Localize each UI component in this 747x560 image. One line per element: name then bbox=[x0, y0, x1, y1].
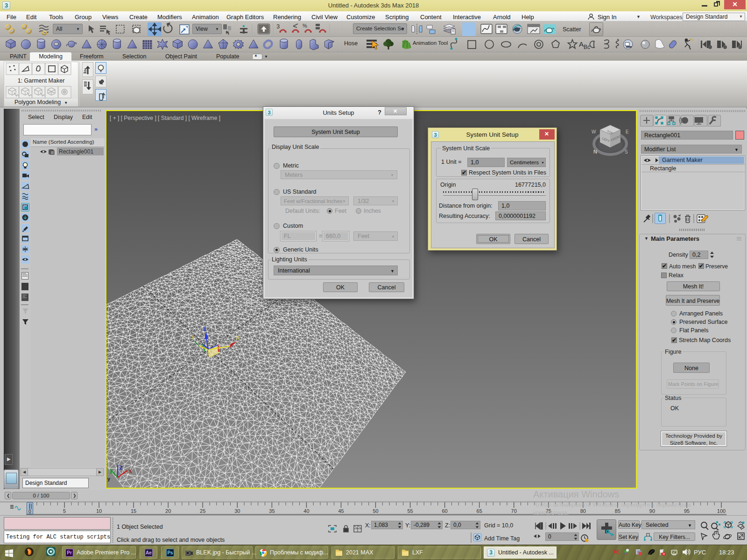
svg-text:30: 30 bbox=[234, 508, 240, 514]
svg-text:50: 50 bbox=[373, 508, 378, 514]
svg-text:25: 25 bbox=[200, 508, 205, 514]
svg-text:55: 55 bbox=[407, 508, 413, 514]
svg-text:35: 35 bbox=[269, 508, 275, 514]
svg-text:W: W bbox=[592, 129, 596, 134]
svg-text:85: 85 bbox=[615, 508, 620, 514]
svg-text:70: 70 bbox=[511, 508, 517, 514]
svg-text:y: y bbox=[107, 476, 111, 482]
svg-text:90: 90 bbox=[649, 508, 655, 514]
svg-text:45: 45 bbox=[338, 508, 344, 514]
svg-text:%: % bbox=[303, 23, 307, 28]
svg-text:3: 3 bbox=[276, 23, 280, 30]
svg-text:Z: Z bbox=[120, 465, 123, 470]
svg-text:80: 80 bbox=[580, 508, 586, 514]
svg-text:5: 5 bbox=[63, 508, 66, 514]
svg-text:10: 10 bbox=[96, 508, 102, 514]
svg-text:Bc: Bc bbox=[584, 44, 590, 50]
svg-text:Z: Z bbox=[203, 326, 206, 332]
svg-text:100: 100 bbox=[717, 508, 726, 514]
svg-text:65: 65 bbox=[477, 508, 482, 514]
svg-text:95: 95 bbox=[684, 508, 690, 514]
svg-text:60: 60 bbox=[442, 508, 447, 514]
svg-text:N: N bbox=[593, 149, 597, 154]
svg-text:15: 15 bbox=[131, 508, 136, 514]
svg-text:A: A bbox=[579, 40, 584, 48]
svg-text:y: y bbox=[192, 334, 194, 339]
svg-text:20: 20 bbox=[165, 508, 171, 514]
svg-text:X: X bbox=[128, 469, 132, 474]
svg-text:S: S bbox=[625, 149, 628, 154]
svg-text:E: E bbox=[626, 129, 629, 134]
svg-text:X: X bbox=[236, 336, 240, 341]
svg-text:40: 40 bbox=[303, 508, 309, 514]
